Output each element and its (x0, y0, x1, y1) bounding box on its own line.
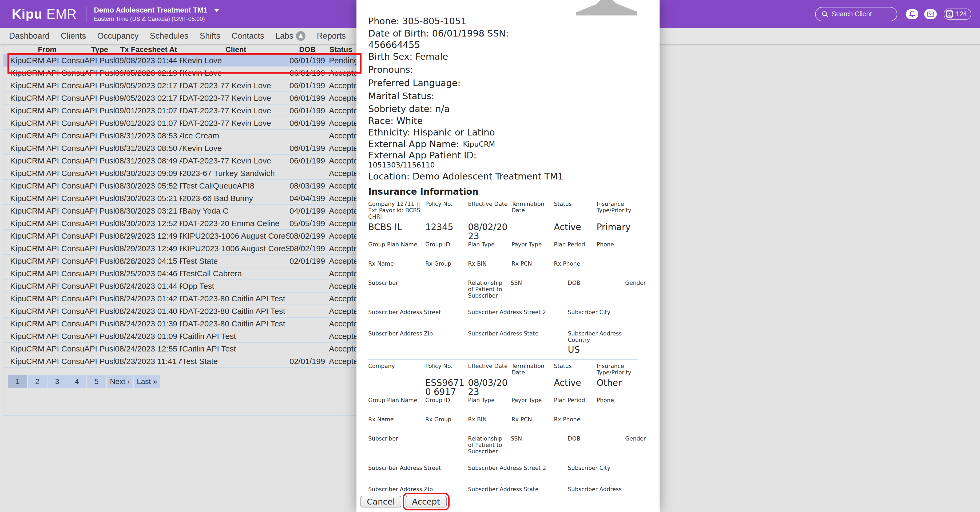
field-label: Gender (625, 436, 649, 455)
field-label: Rx PCN (511, 416, 554, 423)
cell-dob: 06/01/1998 (290, 56, 325, 65)
search-input[interactable]: Search Client (815, 7, 897, 21)
column-header-status[interactable]: Status (325, 45, 356, 54)
table-row[interactable]: KipuCRM API ConsumerAPI Push09/05/2023 0… (3, 79, 356, 92)
cell-client: Test State (182, 257, 290, 266)
table-row[interactable]: KipuCRM API ConsumerAPI Push08/24/2023 0… (3, 330, 356, 343)
nav-item-contacts[interactable]: Contacts (232, 31, 264, 41)
column-header-type[interactable]: Type (84, 45, 115, 54)
cell-client: TestCall Cabrera (182, 269, 290, 278)
cell-client: DAT-2023-80 Caitlin API Test (182, 294, 290, 303)
column-header-client[interactable]: Client (182, 45, 290, 54)
page-button[interactable]: 4 (67, 375, 86, 388)
field-value (468, 343, 568, 356)
nav-item-labs[interactable]: Labs (275, 31, 305, 41)
table-row[interactable]: KipuCRM API ConsumerAPI Push08/23/2023 1… (3, 355, 356, 368)
table-row[interactable]: KipuCRM API ConsumerAPI Push08/24/2023 0… (3, 305, 356, 318)
table-row[interactable]: KipuCRM API ConsumerAPI Push08/24/2023 1… (3, 343, 356, 355)
table-row[interactable]: KipuCRM API ConsumerAPI Push08/31/2023 0… (3, 155, 356, 167)
cell-tx_at: 08/24/2023 01:44 PM (115, 282, 182, 291)
table-row[interactable]: KipuCRM API ConsumerAPI Push08/24/2023 0… (3, 318, 356, 330)
cell-dob: 06/01/1998 (290, 68, 325, 78)
table-row[interactable]: KipuCRM API ConsumerAPI Push08/25/2023 0… (3, 268, 356, 280)
patient-external-app-id-label: External App Patient ID: (368, 150, 638, 160)
field-label: Payor Type (511, 241, 554, 248)
field-label: Relationship of Patient to Subscriber (468, 436, 511, 455)
column-header-tx[interactable]: Tx Facesheet At (115, 45, 182, 54)
facesheet-table: FromTypeTx Facesheet AtClientDOBStatus K… (3, 45, 356, 368)
census-badge[interactable]: 124 (944, 8, 971, 20)
cell-status: Accepted (325, 144, 356, 153)
field-label (597, 260, 638, 267)
field-value (554, 403, 597, 416)
page-button[interactable]: 3 (48, 375, 67, 388)
table-row[interactable]: KipuCRM API ConsumerAPI Push08/30/2023 0… (3, 167, 356, 180)
page-button[interactable]: Next › (107, 375, 133, 388)
cell-tx_at: 08/24/2023 01:40 PM (115, 307, 182, 316)
app-root: Kipu EMR Demo Adolescent Treatment TM1 E… (0, 0, 980, 512)
field-value (468, 299, 511, 309)
facility-selector[interactable]: Demo Adolescent Treatment TM1 Eastern Ti… (94, 6, 219, 22)
cell-type: API Push (84, 56, 115, 65)
cell-tx_at: 08/24/2023 01:42 PM (115, 294, 182, 303)
table-row[interactable]: KipuCRM API ConsumerAPI Push08/30/2023 1… (3, 217, 356, 230)
cancel-button[interactable]: Cancel (361, 496, 401, 507)
nav-item-clients[interactable]: Clients (61, 31, 86, 41)
cell-client: DAT-2023-80 Caitlin API Test (182, 319, 290, 328)
field-value (425, 423, 468, 433)
field-label: Status (554, 363, 597, 376)
patient-race: Race: White (368, 115, 638, 127)
table-row[interactable]: KipuCRM API ConsumerAPI Push09/05/2023 0… (3, 92, 356, 105)
nav-item-schedules[interactable]: Schedules (150, 31, 189, 41)
field-value (511, 220, 554, 241)
nav-item-label: Occupancy (97, 31, 138, 41)
cell-type: API Push (84, 131, 115, 140)
cell-client: DAT-2023-80 Caitlin API Test (182, 307, 290, 316)
page-button[interactable]: 2 (28, 375, 47, 388)
nav-item-label: Schedules (150, 31, 189, 41)
nav-item-reports[interactable]: Reports (317, 31, 346, 41)
field-label: Relationship of Patient to Subscriber (468, 280, 511, 299)
messages-button[interactable] (924, 9, 937, 19)
table-row[interactable]: KipuCRM API ConsumerAPI Push09/05/2023 0… (3, 67, 356, 79)
field-value (597, 248, 638, 260)
notifications-button[interactable] (906, 9, 918, 19)
chevron-down-icon[interactable] (214, 9, 219, 12)
nav-item-occupancy[interactable]: Occupancy (97, 31, 138, 41)
field-label: Rx Name (368, 260, 425, 267)
table-row[interactable]: KipuCRM API ConsumerAPI Push09/08/2023 0… (3, 54, 356, 67)
field-value (568, 471, 638, 486)
search-icon (821, 11, 829, 17)
accept-button[interactable]: Accept (406, 496, 447, 507)
table-row[interactable]: KipuCRM API ConsumerAPI Push09/01/2023 0… (3, 105, 356, 117)
field-label: Subscriber City (568, 465, 638, 471)
field-value (468, 248, 511, 260)
column-header-dob[interactable]: DOB (290, 45, 325, 54)
table-row[interactable]: KipuCRM API ConsumerAPI Push08/30/2023 0… (3, 192, 356, 205)
field-value (511, 455, 568, 464)
nav-item-label: Labs (275, 31, 293, 41)
cell-dob: 04/04/1992 (290, 194, 325, 203)
table-row[interactable]: KipuCRM API ConsumerAPI Push08/24/2023 0… (3, 293, 356, 305)
page-button[interactable]: Last » (134, 375, 161, 388)
nav-item-shifts[interactable]: Shifts (200, 31, 220, 41)
table-row[interactable]: KipuCRM API ConsumerAPI Push08/30/2023 0… (3, 180, 356, 192)
field-value (368, 267, 425, 277)
patient-external-app-name: External App Name: KipuCRM (368, 138, 638, 150)
table-row[interactable]: KipuCRM API ConsumerAPI Push09/01/2023 0… (3, 117, 356, 130)
page-button[interactable]: 5 (87, 375, 106, 388)
nav-item-dashboard[interactable]: Dashboard (9, 31, 49, 41)
column-header-from[interactable]: From (10, 45, 84, 54)
table-row[interactable]: KipuCRM API ConsumerAPI Push08/24/2023 0… (3, 280, 356, 293)
table-row[interactable]: KipuCRM API ConsumerAPI Push08/31/2023 0… (3, 142, 356, 155)
table-row[interactable]: KipuCRM API ConsumerAPI Push08/29/2023 1… (3, 243, 356, 255)
table-row[interactable]: KipuCRM API ConsumerAPI Push08/30/2023 0… (3, 205, 356, 217)
table-row[interactable]: KipuCRM API ConsumerAPI Push08/29/2023 1… (3, 230, 356, 243)
cell-from: KipuCRM API Consumer (10, 81, 84, 90)
table-row[interactable]: KipuCRM API ConsumerAPI Push08/28/2023 0… (3, 255, 356, 268)
page-button[interactable]: 1 (8, 375, 27, 388)
cell-from: KipuCRM API Consumer (10, 294, 84, 303)
field-value: 12345 (425, 220, 468, 241)
field-label: Rx Phone (554, 416, 597, 423)
table-row[interactable]: KipuCRM API ConsumerAPI Push08/31/2023 0… (3, 130, 356, 142)
